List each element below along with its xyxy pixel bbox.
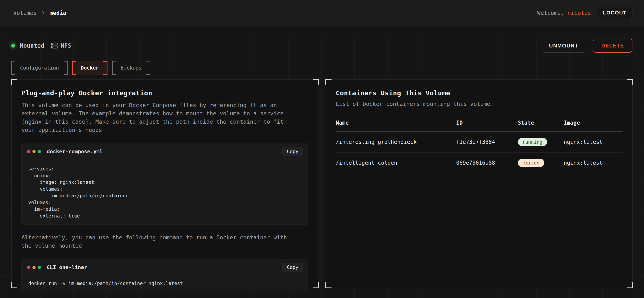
red-dot-icon [27, 266, 30, 269]
breadcrumb: Volumes media [13, 10, 66, 16]
docker-panel-description: This volume can be used in your Docker C… [22, 101, 290, 134]
panel-corner-bracket [11, 282, 17, 288]
panel-corner-bracket [313, 79, 319, 85]
volume-status-row: Mounted NFS UNMOUNT DELETE [0, 39, 644, 53]
cli-code-header: CLI one-liner Copy [22, 259, 308, 276]
yellow-dot-icon [32, 150, 36, 153]
chevron-right-icon [41, 10, 46, 15]
compose-code-header: docker-compose.yml Copy [22, 143, 308, 160]
panel-corner-bracket [627, 79, 633, 85]
welcome-text: Welcome, nicolas [537, 10, 591, 16]
container-name: /interesting_grothendieck [336, 132, 456, 152]
unmount-button[interactable]: UNMOUNT [541, 39, 586, 53]
cli-code-content: docker run -v im-media:/path/in/containe… [22, 276, 308, 291]
container-name: /intelligent_colden [336, 152, 456, 173]
panel-corner-bracket [627, 282, 633, 288]
copy-compose-button[interactable]: Copy [282, 147, 302, 156]
header-right: Welcome, nicolas LOGOUT [537, 6, 632, 19]
traffic-light-dots [27, 150, 41, 153]
column-header-name: Name [336, 120, 456, 132]
table-row: /interesting_grothendieck f1e73e7f3884 r… [336, 132, 623, 152]
yellow-dot-icon [32, 266, 36, 269]
cli-code-block: CLI one-liner Copy docker run -v im-medi… [22, 259, 308, 291]
column-header-image: Image [564, 120, 622, 132]
compose-filename: docker-compose.yml [47, 149, 103, 154]
tab-configuration[interactable]: Configuration [11, 61, 68, 75]
green-dot-icon [38, 150, 41, 153]
panel-corner-bracket [325, 282, 332, 288]
green-dot-icon [38, 266, 41, 269]
red-dot-icon [27, 150, 30, 153]
tab-docker[interactable]: Docker [72, 61, 108, 75]
panel-corner-bracket [313, 282, 319, 288]
tab-backups[interactable]: Backups [112, 61, 150, 75]
containers-panel-title: Containers Using This Volume [336, 89, 623, 97]
panel-corner-bracket [325, 79, 332, 85]
cli-intro-text: Alternatively, you can use the following… [22, 233, 290, 250]
compose-code-block: docker-compose.yml Copy services: nginx:… [22, 143, 308, 225]
cli-block-title: CLI one-liner [47, 264, 87, 270]
containers-panel: Containers Using This Volume List of Doc… [326, 79, 633, 288]
status-badge: running [518, 138, 547, 146]
volume-status: Mounted NFS [11, 42, 71, 49]
volume-tabs: Configuration Docker Backups [0, 61, 644, 75]
containers-table-header-row: Name ID State Image [336, 120, 623, 132]
server-stack-icon [51, 42, 58, 49]
status-badge: exited [518, 159, 544, 167]
main-area: Mounted NFS UNMOUNT DELETE Configuration… [0, 39, 644, 298]
volume-actions: UNMOUNT DELETE [541, 39, 632, 53]
docker-panel-title: Plug-and-play Docker integration [22, 89, 308, 97]
containers-table: Name ID State Image /interesting_grothen… [336, 120, 623, 173]
breadcrumb-current-volume: media [50, 10, 66, 16]
fs-type-label: NFS [61, 42, 71, 49]
container-id: f1e73e7f3884 [456, 132, 518, 152]
username: nicolas [568, 10, 591, 16]
column-header-id: ID [456, 120, 518, 132]
column-header-state: State [518, 120, 564, 132]
docker-integration-panel: Plug-and-play Docker integration This vo… [11, 79, 318, 288]
content-panels: Plug-and-play Docker integration This vo… [11, 79, 633, 288]
breadcrumb-volumes-link[interactable]: Volumes [13, 10, 37, 16]
table-row: /intelligent_colden 069e73016a88 exited … [336, 152, 623, 173]
container-id: 069e73016a88 [456, 152, 518, 173]
traffic-light-dots [27, 266, 41, 269]
container-image: nginx:latest [564, 152, 622, 173]
top-bar: Volumes media Welcome, nicolas LOGOUT [0, 0, 644, 26]
mounted-status-dot [11, 43, 15, 48]
filesystem-type: NFS [51, 42, 71, 49]
copy-cli-button[interactable]: Copy [282, 263, 302, 272]
containers-panel-subtitle: List of Docker containers mounting this … [336, 100, 604, 108]
logout-button[interactable]: LOGOUT [597, 6, 632, 19]
compose-code-content: services: nginx: image: nginx:latest vol… [22, 160, 308, 225]
panel-corner-bracket [11, 79, 17, 85]
mount-status-label: Mounted [20, 42, 44, 49]
container-image: nginx:latest [564, 132, 622, 152]
delete-button[interactable]: DELETE [593, 39, 632, 53]
